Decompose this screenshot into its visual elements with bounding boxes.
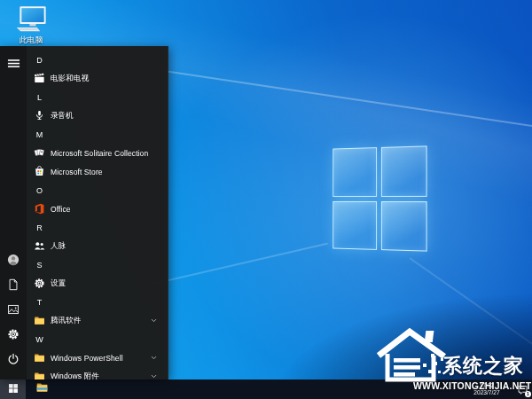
this-pc-icon [14,5,48,34]
chevron-down-icon [150,372,158,379]
notification-badge: 1 [525,391,532,398]
rail-button-settings[interactable] [0,324,27,348]
rail-button-documents[interactable] [0,274,27,298]
desktop-icon-label: 此电脑 [7,35,55,46]
app-list-item[interactable]: 设置 [27,274,168,293]
rail-button-pictures[interactable] [0,299,27,323]
start-app-list: D电影和电视L录音机MMicrosoft Solitaire Collectio… [27,46,168,379]
app-list-item[interactable]: 腾讯软件 [27,311,168,330]
start-menu: D电影和电视L录音机MMicrosoft Solitaire Collectio… [0,46,168,379]
app-list-item[interactable]: 人脉 [27,237,168,255]
windows-logo-pane [332,200,376,249]
app-item-label: 人脉 [51,241,66,252]
app-item-label: Microsoft Solitaire Collection [51,149,148,158]
letter-label: L [34,93,45,102]
app-item-label: Windows 附件 [51,372,99,380]
app-list-letter[interactable]: R [27,218,168,237]
file-explorer-icon [35,381,49,397]
chevron-down-icon [150,354,158,362]
chevron-down-icon [150,317,158,325]
rail-button-expand-menu[interactable] [0,53,27,77]
pictures-icon [7,303,20,319]
power-icon [7,353,20,369]
app-list-letter[interactable]: T [27,293,168,311]
app-list-letter[interactable]: O [27,181,168,200]
clock-date: 2023/7/27 [465,389,509,397]
xitongzhijia-house-icon [375,326,448,385]
people-icon [34,240,45,252]
app-list-item[interactable]: 录音机 [27,106,168,125]
app-list-item[interactable]: 电影和电视 [27,69,168,88]
taskbar-clock[interactable]: 17:02 2023/7/27 [465,382,509,397]
app-item-label: Office [51,205,71,214]
taskbar-file-explorer-button[interactable] [31,379,52,399]
windows-logo-icon [8,381,19,397]
windows-wallpaper-logo [332,145,426,251]
windows-logo-pane [380,201,426,252]
start-rail-top [0,46,27,77]
app-item-label: Windows PowerShell [51,354,123,363]
action-center-button[interactable]: 1 [517,383,529,395]
letter-label: W [34,335,45,344]
wallpaper-light-ray [410,257,532,350]
app-list-item[interactable]: Office [27,200,168,218]
app-item-label: Microsoft Store [51,168,103,176]
movies-tv-icon [34,73,45,84]
windows-logo-pane [380,145,426,196]
start-button[interactable] [0,379,26,399]
hamburger-icon [7,57,20,74]
rail-button-user-account[interactable] [0,249,27,273]
app-item-label: 电影和电视 [51,74,89,84]
rail-button-power[interactable] [0,348,27,372]
app-list-item[interactable]: Windows PowerShell [27,348,168,367]
solitaire-icon [34,147,45,159]
app-list-letter[interactable]: S [27,255,168,274]
document-icon [7,278,20,294]
watermark-brand: 系统之家 [442,353,524,379]
app-list-letter[interactable]: W [27,330,168,348]
app-item-label: 录音机 [51,111,74,121]
letter-label: D [34,56,45,65]
app-list-item[interactable]: Windows 附件 [27,367,168,379]
store-icon [34,166,45,177]
clock-time: 17:02 [465,382,509,390]
folder-icon [34,371,45,379]
folder-icon [34,315,45,326]
windows-logo-pane [332,147,376,196]
gear-icon [7,328,20,344]
gear-icon [34,278,45,289]
letter-label: S [34,261,45,270]
app-list-letter[interactable]: M [27,125,168,144]
windows-desktop: 此电脑 D电影和电视L录音机MMicrosoft Solitaire Colle… [0,0,532,399]
user-avatar-icon [7,254,20,270]
app-list-item[interactable]: Microsoft Store [27,162,168,181]
desktop-icon-this-pc[interactable]: 此电脑 [7,5,55,46]
voice-recorder-icon [34,110,45,121]
wallpaper-light-ray [142,243,328,287]
letter-label: M [34,130,45,139]
start-menu-rail [0,46,27,379]
start-rail-bottom [0,249,27,379]
app-item-label: 设置 [51,278,66,289]
app-list-letter[interactable]: L [27,88,168,106]
letter-label: O [34,186,45,195]
app-list-item[interactable]: Microsoft Solitaire Collection [27,144,168,162]
folder-icon [34,352,45,364]
letter-label: R [34,223,45,232]
app-item-label: 腾讯软件 [51,316,81,326]
letter-label: T [34,298,45,307]
app-list-letter[interactable]: D [27,51,168,69]
office-icon [34,203,45,215]
taskbar: 17:02 2023/7/27 1 [0,379,532,399]
